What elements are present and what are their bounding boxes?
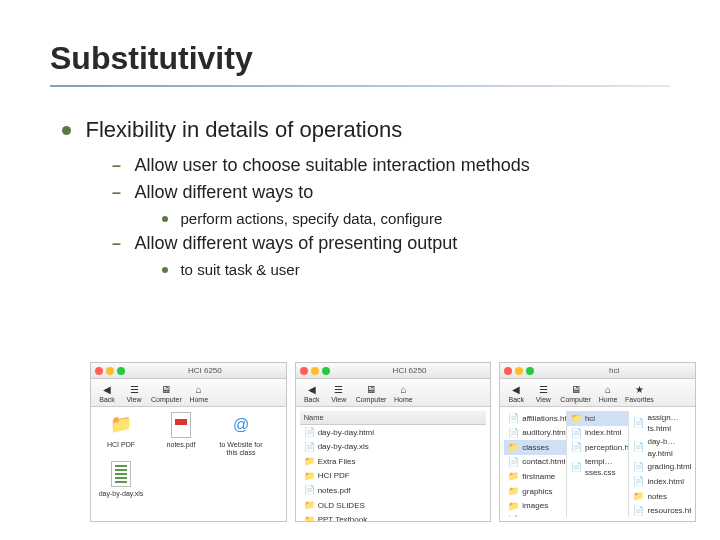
- home-button[interactable]: ⌂Home: [186, 382, 212, 404]
- computer-icon: 🖥: [569, 383, 582, 396]
- zoom-icon[interactable]: [322, 367, 330, 375]
- bullet-small-icon: [162, 267, 168, 273]
- list-row[interactable]: 📄day-b…ay.html: [629, 435, 691, 459]
- view-button[interactable]: ☰View: [326, 382, 352, 404]
- list-row[interactable]: 📄perception.html: [567, 440, 629, 455]
- list-row[interactable]: 📁OLD SLIDES: [300, 498, 487, 513]
- file-icon: 📄: [571, 461, 581, 474]
- toolbar-label: View: [126, 396, 141, 403]
- zoom-icon[interactable]: [526, 367, 534, 375]
- file-icon: 📄: [633, 417, 643, 430]
- list-row[interactable]: 📄assign…ts.html: [629, 411, 691, 435]
- file-label: firstname: [522, 471, 555, 482]
- list-row[interactable]: 📄notes.pdf: [300, 483, 487, 498]
- favorites-button[interactable]: ★Favorites: [622, 382, 657, 404]
- minimize-icon[interactable]: [106, 367, 114, 375]
- list-view: Name📄day-by-day.html📄day-by-day.xls📁Extr…: [300, 411, 487, 521]
- back-button[interactable]: ◀Back: [94, 382, 120, 404]
- close-icon[interactable]: [300, 367, 308, 375]
- folder-icon: 📁: [304, 470, 314, 483]
- computer-button[interactable]: 🖥Computer: [353, 382, 390, 404]
- bullet-l2a: – Allow user to choose suitable interact…: [112, 155, 670, 176]
- file-icon: 📄: [508, 427, 518, 440]
- zoom-icon[interactable]: [117, 367, 125, 375]
- column: 📄assign…ts.html📄day-b…ay.html📄grading.ht…: [629, 411, 691, 517]
- file-label: OLD SLIDES: [318, 500, 365, 511]
- window-titlebar: hci: [500, 363, 695, 379]
- list-row[interactable]: 📁HCI PDF: [300, 469, 487, 484]
- list-row[interactable]: 📁classes: [504, 440, 566, 455]
- file-label: assign…ts.html: [647, 412, 687, 434]
- bullet-list: Flexibility in details of operations – A…: [50, 117, 670, 279]
- bullet-l2c: – Allow different ways of presenting out…: [112, 233, 670, 278]
- window-titlebar: HCI 6250: [91, 363, 286, 379]
- list-row[interactable]: 📄grading.html: [629, 460, 691, 475]
- toolbar-label: Computer: [356, 396, 387, 403]
- list-row[interactable]: 📄index.html: [504, 513, 566, 517]
- slide-title: Substitutivity: [50, 40, 670, 77]
- minimize-icon[interactable]: [311, 367, 319, 375]
- list-row[interactable]: 📁hci: [567, 411, 629, 426]
- toolbar-label: Back: [304, 396, 320, 403]
- list-row[interactable]: 📄auditory.html: [504, 426, 566, 441]
- bullet-l1: Flexibility in details of operations – A…: [62, 117, 670, 279]
- bullet-l3a: perform actions, specify data, configure: [162, 209, 670, 227]
- browser-content: 📁HCI PDFnotes.pdf@to Website for this cl…: [91, 407, 286, 521]
- back-icon: ◀: [101, 383, 114, 396]
- list-row[interactable]: 📄affiliations.html: [504, 411, 566, 426]
- view-button[interactable]: ☰View: [530, 382, 556, 404]
- l3b-text: to suit task & user: [180, 262, 299, 279]
- file-label: index.html: [522, 515, 558, 517]
- bullet-round-icon: [62, 126, 71, 135]
- file-label: to Website for this class: [215, 441, 267, 456]
- close-icon[interactable]: [95, 367, 103, 375]
- icon-view: 📁HCI PDFnotes.pdf@to Website for this cl…: [95, 411, 282, 498]
- view-button[interactable]: ☰View: [121, 382, 147, 404]
- list-row[interactable]: 📄day-by-day.xls: [300, 440, 487, 455]
- file-label: HCI PDF: [318, 470, 350, 481]
- l3a-text: perform actions, specify data, configure: [180, 210, 442, 227]
- back-button[interactable]: ◀Back: [503, 382, 529, 404]
- file-item[interactable]: @to Website for this class: [215, 411, 267, 456]
- list-row[interactable]: 📄day-by-day.html: [300, 425, 487, 440]
- folder-icon: 📁: [508, 470, 518, 483]
- file-label: index.html: [585, 427, 621, 438]
- list-row[interactable]: 📄index.html: [567, 426, 629, 441]
- file-item[interactable]: notes.pdf: [155, 411, 207, 456]
- window-title: HCI 6250: [333, 366, 487, 375]
- title-underline: [50, 85, 670, 87]
- list-row[interactable]: 📁images: [504, 499, 566, 514]
- file-label: contact.html: [522, 456, 565, 467]
- home-button[interactable]: ⌂Home: [390, 382, 416, 404]
- list-row[interactable]: 📁Extra Files: [300, 454, 487, 469]
- list-row[interactable]: 📄index.html: [629, 474, 691, 489]
- list-row[interactable]: 📄resources.html: [629, 504, 691, 517]
- file-icon: 📄: [633, 475, 643, 488]
- toolbar: ◀Back☰View🖥Computer⌂Home: [296, 379, 491, 407]
- computer-button[interactable]: 🖥Computer: [148, 382, 185, 404]
- column-header[interactable]: Name: [300, 411, 487, 425]
- list-row[interactable]: 📄contact.html: [504, 455, 566, 470]
- folder-icon: 📁: [109, 411, 133, 439]
- l2c-text: Allow different ways of presenting outpu…: [134, 233, 457, 253]
- file-item[interactable]: day-by-day.xls: [95, 460, 147, 498]
- list-row[interactable]: 📄templ…sses.css: [567, 455, 629, 479]
- bullet-l2b: – Allow different ways to perform action…: [112, 182, 670, 227]
- list-row[interactable]: 📁PPT Textbook: [300, 513, 487, 521]
- toolbar-label: Home: [394, 396, 413, 403]
- list-row[interactable]: 📁graphics: [504, 484, 566, 499]
- toolbar-label: Favorites: [625, 396, 654, 403]
- home-button[interactable]: ⌂Home: [595, 382, 621, 404]
- computer-button[interactable]: 🖥Computer: [557, 382, 594, 404]
- browser-content: 📄affiliations.html📄auditory.html📁classes…: [500, 407, 695, 521]
- favorites-icon: ★: [633, 383, 646, 396]
- file-item[interactable]: 📁HCI PDF: [95, 411, 147, 456]
- minimize-icon[interactable]: [515, 367, 523, 375]
- back-button[interactable]: ◀Back: [299, 382, 325, 404]
- list-row[interactable]: 📁firstname: [504, 469, 566, 484]
- level3-list-b: to suit task & user: [112, 260, 670, 278]
- file-icon: 📄: [633, 505, 643, 517]
- close-icon[interactable]: [504, 367, 512, 375]
- list-row[interactable]: 📁notes: [629, 489, 691, 504]
- file-label: notes: [647, 491, 667, 502]
